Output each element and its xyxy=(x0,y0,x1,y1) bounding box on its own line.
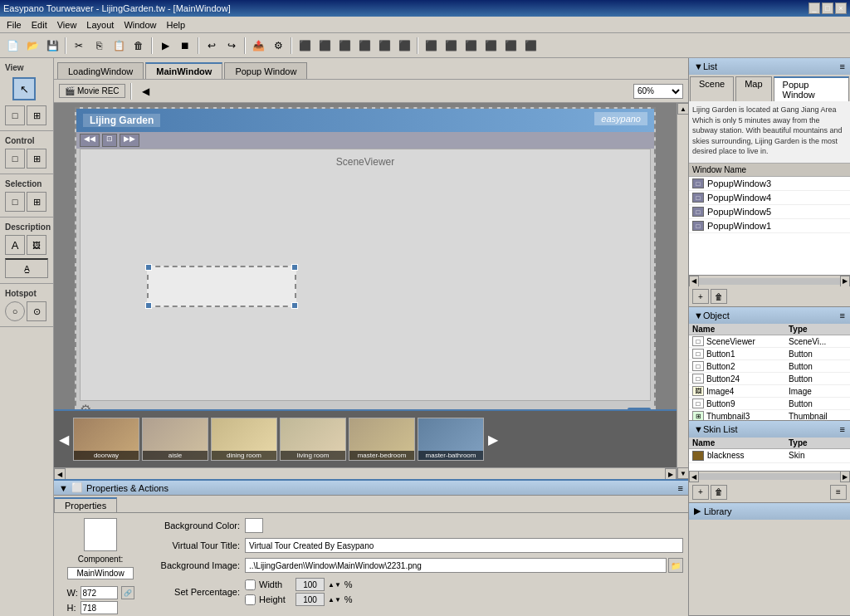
redo-button[interactable]: ↪ xyxy=(222,37,241,55)
nav-btn-3[interactable]: ▶▶ xyxy=(120,134,139,147)
obj-row-button24[interactable]: □ Button24 Button xyxy=(689,373,850,385)
align-top-button[interactable]: ⬛ xyxy=(355,37,374,55)
props-menu-icon[interactable]: ≡ xyxy=(678,483,683,493)
handle-br[interactable] xyxy=(291,302,298,309)
view-btn-2[interactable]: ⊞ xyxy=(27,105,46,125)
view-btn-1[interactable]: □ xyxy=(5,105,25,125)
window-item-popup1[interactable]: □ PopupWindow1 xyxy=(689,219,850,233)
skin-row-blackness[interactable]: blackness Skin xyxy=(689,449,850,463)
align-center-button[interactable]: ⬛ xyxy=(315,37,334,55)
control-btn-2[interactable]: ⊞ xyxy=(27,149,46,169)
thumbnail-living[interactable]: living room xyxy=(280,418,346,461)
menu-view[interactable]: View xyxy=(52,18,82,32)
canvas-scroll-area[interactable]: Lijing Garden easypano ◀◀ ⊡ ▶▶ xyxy=(54,103,677,409)
selection-btn-1[interactable]: □ xyxy=(5,192,25,212)
description-btn-2[interactable]: 🖼 xyxy=(27,235,46,255)
height-pct-input[interactable] xyxy=(296,593,325,606)
handle-bl[interactable] xyxy=(145,302,152,309)
list-add-button[interactable]: + xyxy=(692,289,709,304)
list-tab-popup[interactable]: Popup Window xyxy=(774,76,849,101)
object-section-header[interactable]: ▼ Object ≡ xyxy=(689,307,850,324)
skin-delete-button[interactable]: 🗑 xyxy=(711,485,727,500)
tab-main-window[interactable]: MainWindow xyxy=(145,62,222,79)
selection-btn-2[interactable]: ⊞ xyxy=(27,192,46,212)
list-tab-map[interactable]: Map xyxy=(735,76,771,101)
open-button[interactable]: 📂 xyxy=(23,37,42,55)
skin-options-button[interactable]: ≡ xyxy=(830,485,847,500)
align-bottom-button[interactable]: ⬛ xyxy=(395,37,413,55)
align-middle-button[interactable]: ⬛ xyxy=(375,37,393,55)
settings-button[interactable]: ⚙ xyxy=(269,37,287,55)
list-scroll-right[interactable]: ▶ xyxy=(840,276,850,287)
skin-menu-icon[interactable]: ≡ xyxy=(840,424,845,434)
thumbnail-aisle[interactable]: aisle xyxy=(142,418,208,461)
menu-file[interactable]: File xyxy=(2,18,27,32)
maximize-button[interactable]: □ xyxy=(822,2,833,14)
scroll-right-button[interactable]: ▶ xyxy=(665,468,677,479)
description-btn-1[interactable]: A xyxy=(5,235,25,255)
skin-scroll-right[interactable]: ▶ xyxy=(840,471,850,482)
resize-button[interactable]: ⬛ xyxy=(501,37,520,55)
skin-section-header[interactable]: ▼ Skin List ≡ xyxy=(689,421,850,438)
skin-scroll-left[interactable]: ◀ xyxy=(689,471,699,482)
window-item-popup4[interactable]: □ PopupWindow4 xyxy=(689,191,850,205)
list-menu-icon[interactable]: ≡ xyxy=(840,61,845,71)
bg-color-picker[interactable] xyxy=(245,518,263,533)
send-back-button[interactable]: ⬛ xyxy=(481,37,500,55)
menu-window[interactable]: Window xyxy=(119,18,161,32)
handle-tl[interactable] xyxy=(145,264,152,271)
nav-btn-1[interactable]: ◀◀ xyxy=(80,134,100,147)
undo-button[interactable]: ↩ xyxy=(203,37,221,55)
h-input[interactable] xyxy=(81,601,118,614)
w-link-button[interactable]: 🔗 xyxy=(121,586,134,599)
skin-add-button[interactable]: + xyxy=(692,485,709,500)
obj-row-button2[interactable]: □ Button2 Button xyxy=(689,360,850,373)
skin-scroll-track[interactable] xyxy=(699,473,839,480)
vt-title-input[interactable] xyxy=(245,538,683,553)
bg-image-browse-button[interactable]: 📁 xyxy=(668,558,683,573)
width-pct-checkbox[interactable] xyxy=(245,579,256,590)
gear-icon[interactable]: ⚙ xyxy=(80,402,91,409)
window-item-popup3[interactable]: □ PopupWindow3 xyxy=(689,177,850,191)
tab-popup-window[interactable]: Popup Window xyxy=(224,62,307,79)
v-scroll-track[interactable] xyxy=(677,115,688,467)
cut-button[interactable]: ✂ xyxy=(70,37,88,55)
width-pct-spinner[interactable]: ▲▼ xyxy=(328,581,341,589)
nav-bottom-right[interactable]: ▶▶| xyxy=(628,408,651,409)
w-input[interactable] xyxy=(81,586,118,599)
menu-edit[interactable]: Edit xyxy=(27,18,52,32)
preview-button[interactable]: ▶ xyxy=(156,37,174,55)
thumbnail-doorway[interactable]: doorway xyxy=(73,418,139,461)
scroll-down-button[interactable]: ▼ xyxy=(677,467,688,479)
zoom-select[interactable]: 60% xyxy=(633,84,683,99)
hotspot-btn-2[interactable]: ⊙ xyxy=(27,301,46,321)
hotspot-btn-1[interactable]: ○ xyxy=(5,301,25,321)
bg-image-input[interactable] xyxy=(245,558,667,573)
close-button[interactable]: × xyxy=(835,2,847,14)
new-button[interactable]: 📄 xyxy=(3,37,22,55)
copy-button[interactable]: ⎘ xyxy=(90,37,108,55)
h-scroll-track[interactable] xyxy=(66,468,665,479)
object-menu-icon[interactable]: ≡ xyxy=(840,310,845,320)
height-pct-spinner[interactable]: ▲▼ xyxy=(328,596,341,604)
obj-row-button1[interactable]: □ Button1 Button xyxy=(689,348,850,360)
v-scrollbar[interactable]: ▲ ▼ xyxy=(677,103,688,479)
window-item-popup5[interactable]: □ PopupWindow5 xyxy=(689,205,850,219)
align-left-button[interactable]: ⬛ xyxy=(296,37,314,55)
scroll-left-button[interactable]: ◀ xyxy=(54,468,66,479)
paste-button[interactable]: 📋 xyxy=(110,37,128,55)
distribute-v-button[interactable]: ⬛ xyxy=(442,37,460,55)
movie-rec-button[interactable]: 🎬 Movie REC xyxy=(59,84,125,98)
menu-layout[interactable]: Layout xyxy=(81,18,119,32)
list-tab-scene[interactable]: Scene xyxy=(690,76,734,101)
stop-button[interactable]: ⏹ xyxy=(176,37,194,55)
thumbnail-master-bedroom[interactable]: master-bedroom xyxy=(349,418,415,461)
minimize-button[interactable]: _ xyxy=(808,2,820,14)
obj-row-image4[interactable]: 🖼 Image4 Image xyxy=(689,385,850,398)
obj-row-button9[interactable]: □ Button9 Button xyxy=(689,398,850,410)
list-scroll-left[interactable]: ◀ xyxy=(689,276,699,287)
obj-row-sceneviewer[interactable]: □ SceneViewer SceneVi... xyxy=(689,335,850,348)
menu-help[interactable]: Help xyxy=(162,18,191,32)
list-scroll-track[interactable] xyxy=(699,278,839,285)
tab-loading-window[interactable]: LoadingWindow xyxy=(57,62,144,79)
